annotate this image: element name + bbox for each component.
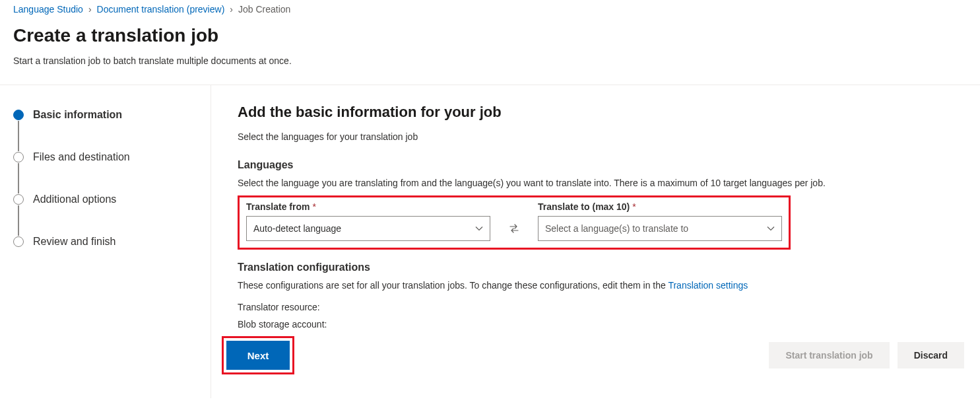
start-translation-job-button[interactable]: Start translation job [769,342,889,368]
step-label: Additional options [33,193,116,205]
step-basic-information[interactable]: Basic information [13,109,197,121]
breadcrumb-link-language-studio[interactable]: Language Studio [13,4,83,15]
step-connector [18,121,19,151]
required-icon: * [312,201,315,212]
translate-to-dropdown[interactable]: Select a language(s) to translate to [538,216,782,241]
blob-storage-label: Blob storage account: [238,319,972,330]
chevron-right-icon: › [230,4,233,15]
translate-from-dropdown[interactable]: Auto-detect language [246,216,490,241]
chevron-down-icon [767,225,775,232]
step-indicator-icon [13,110,24,120]
step-label: Files and destination [33,151,130,163]
page-subtitle: Start a translation job to batch transla… [13,55,967,66]
step-files-and-destination[interactable]: Files and destination [13,151,197,163]
next-button[interactable]: Next [226,341,290,370]
breadcrumb-current: Job Creation [238,4,290,15]
translation-settings-link[interactable]: Translation settings [668,280,748,291]
page-title: Create a translation job [13,25,967,46]
next-highlight-box: Next [222,336,294,374]
languages-description: Select the language you are translating … [238,176,972,190]
chevron-right-icon: › [88,4,92,15]
footer-bar: Next Start translation job Discard [238,336,972,385]
stepper: Basic information Files and destination … [0,85,211,398]
step-indicator-icon [13,194,24,205]
config-heading: Translation configurations [238,262,972,273]
breadcrumb: Language Studio › Document translation (… [13,3,967,20]
languages-highlight-box: Translate from* Auto-detect language [238,195,791,250]
step-indicator-icon [13,236,24,247]
step-label: Review and finish [33,236,115,248]
step-additional-options[interactable]: Additional options [13,193,197,205]
step-connector [18,205,19,236]
step-connector [18,163,19,193]
step-indicator-icon [13,152,24,162]
section-subtitle: Select the languages for your translatio… [238,131,972,142]
swap-icon [508,223,520,234]
translate-to-field: Translate to (max 10)* Select a language… [538,201,782,241]
breadcrumb-link-document-translation[interactable]: Document translation (preview) [97,4,225,15]
translate-from-field: Translate from* Auto-detect language [246,201,490,241]
translate-to-placeholder: Select a language(s) to translate to [545,223,688,234]
translate-from-value: Auto-detect language [253,223,341,234]
translate-from-label: Translate from* [246,201,490,212]
discard-button[interactable]: Discard [898,342,964,368]
languages-heading: Languages [238,159,972,171]
required-icon: * [632,201,636,212]
chevron-down-icon [475,225,483,232]
step-label: Basic information [33,109,122,121]
swap-languages-button[interactable] [502,217,526,240]
translate-to-label: Translate to (max 10)* [538,201,782,212]
translator-resource-label: Translator resource: [238,302,972,312]
section-title: Add the basic information for your job [238,104,972,121]
config-description: These configurations are set for all you… [238,279,972,293]
step-review-and-finish[interactable]: Review and finish [13,236,197,248]
